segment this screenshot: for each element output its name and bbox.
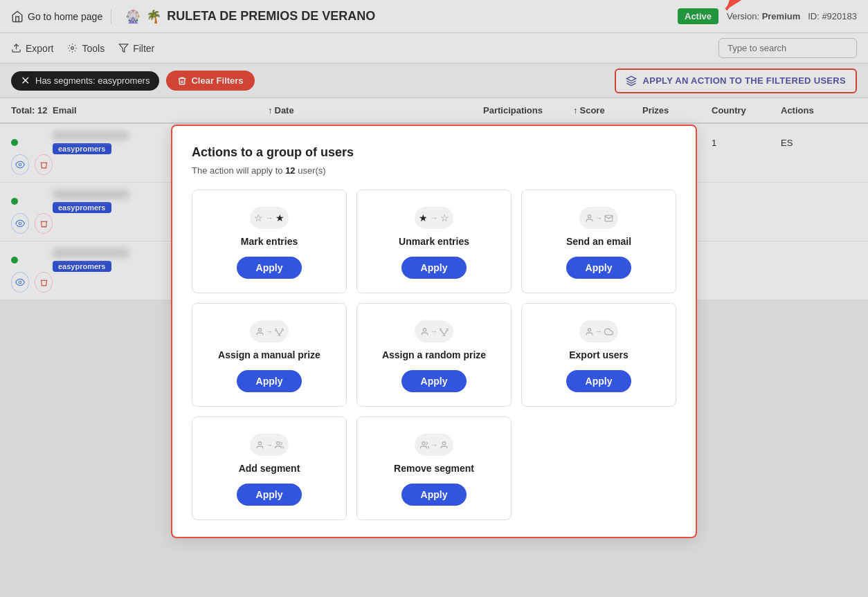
unmark-entries-label: Unmark entries xyxy=(399,236,469,247)
modal: Actions to a group of users The action w… xyxy=(171,125,697,300)
send-email-icon: → xyxy=(579,207,618,229)
send-email-apply-button[interactable]: Apply xyxy=(566,257,632,279)
email-icon xyxy=(604,214,613,223)
unmark-entries-apply-button[interactable]: Apply xyxy=(401,257,467,279)
send-email-label: Send an email xyxy=(566,236,631,247)
modal-title: Actions to a group of users xyxy=(192,145,676,160)
action-card-unmark-entries: ★ → ☆ Unmark entries Apply xyxy=(356,190,512,293)
user-icon xyxy=(585,214,594,223)
action-card-mark-entries: ☆ → ★ Mark entries Apply xyxy=(192,190,347,293)
mark-entries-apply-button[interactable]: Apply xyxy=(237,257,302,279)
modal-overlay: Actions to a group of users The action w… xyxy=(0,0,868,300)
unmark-entries-icon: ★ → ☆ xyxy=(415,207,453,229)
action-grid: ☆ → ★ Mark entries Apply ★ → ☆ Unmark en… xyxy=(192,190,676,300)
svg-point-8 xyxy=(588,214,590,217)
modal-subtitle: The action will apply to 12 user(s) xyxy=(192,165,676,176)
action-card-send-email: → Send an email Apply xyxy=(521,190,676,293)
mark-entries-icon: ☆ → ★ xyxy=(250,207,289,229)
mark-entries-label: Mark entries xyxy=(241,236,298,247)
